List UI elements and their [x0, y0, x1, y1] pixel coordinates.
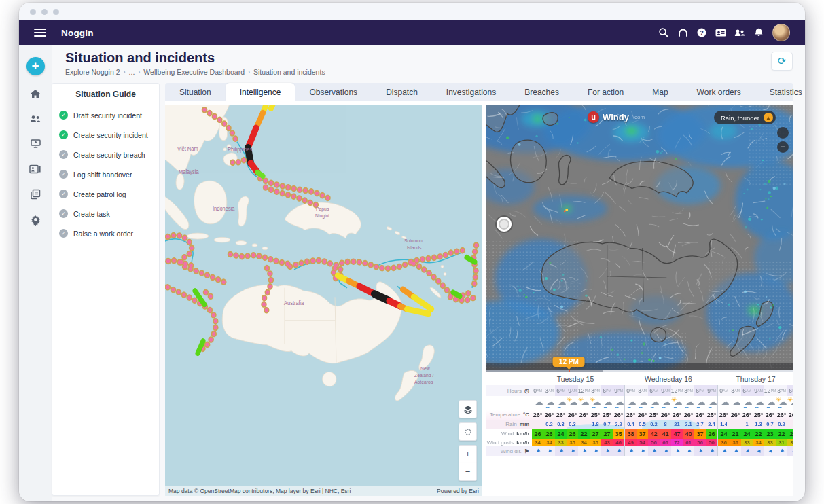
location-marker[interactable]	[497, 217, 512, 232]
forecast-cell[interactable]: 25°	[601, 410, 613, 420]
forecast-cell[interactable]: 56	[648, 439, 660, 446]
forecast-cell[interactable]: 26°	[717, 410, 730, 420]
forecast-cell[interactable]: ☁•••	[741, 396, 753, 410]
forecast-cell[interactable]: 56	[694, 439, 706, 446]
forecast-cell[interactable]: ►	[776, 446, 787, 456]
forecast-cell[interactable]: ►	[648, 446, 660, 456]
timeline-track[interactable]	[486, 370, 793, 372]
forecast-cell[interactable]: ☁•••	[764, 396, 776, 410]
forecast-cell[interactable]: ►	[717, 446, 730, 456]
forecast-cell[interactable]: 25°	[753, 410, 764, 420]
forecast-cell[interactable]	[532, 420, 543, 429]
windy-map[interactable]: u Windy.com Rain, thunder ▲ + −	[486, 105, 793, 370]
forecast-cell[interactable]: 26°	[671, 410, 683, 420]
refresh-button[interactable]: ⟳	[771, 52, 793, 71]
forecast-cell[interactable]: 32	[787, 439, 793, 446]
windy-zoom-out-button[interactable]: −	[777, 141, 789, 153]
forecast-cell[interactable]: 34	[543, 439, 555, 446]
tab-for-action[interactable]: For action	[573, 83, 638, 101]
forecast-cell[interactable]: 26°	[741, 410, 753, 420]
forecast-cell[interactable]: 3PM	[776, 385, 787, 396]
cyclone-tracks-map[interactable]: Việt Nam Philippines Malaysia Indonesia …	[165, 105, 482, 496]
tab-statistics[interactable]: Statistics	[755, 83, 805, 101]
forecast-cell[interactable]: ►	[683, 446, 694, 456]
forecast-cell[interactable]: 35	[590, 439, 601, 446]
forecast-cell[interactable]: ►	[787, 446, 793, 456]
forecast-cell[interactable]: 6AM	[741, 385, 753, 396]
guide-item[interactable]: ✓Create patrol log	[52, 184, 159, 204]
search-icon[interactable]	[654, 23, 673, 42]
forecast-cell[interactable]: 2.1	[683, 420, 694, 429]
forecast-cell[interactable]	[730, 420, 741, 429]
forecast-cell[interactable]: 35	[613, 429, 624, 439]
forecast-cell[interactable]: ►	[601, 446, 613, 456]
forecast-cell[interactable]: 33	[764, 439, 776, 446]
forecast-cell[interactable]: ►	[532, 446, 543, 456]
forecast-cell[interactable]: 27	[601, 429, 613, 439]
forecast-cell[interactable]: 37	[637, 429, 648, 439]
breadcrumb-item[interactable]: Wellbeing Executive Dashboard	[143, 68, 245, 76]
forecast-cell[interactable]: 26°	[730, 410, 741, 420]
forecast-cell[interactable]: 24	[555, 429, 567, 439]
forecast-cell[interactable]: 26°	[624, 410, 637, 420]
forecast-cell[interactable]: 6PM	[787, 385, 793, 396]
window-dot[interactable]	[30, 9, 36, 15]
forecast-cell[interactable]: 9AM	[753, 385, 764, 396]
forecast-cell[interactable]: 34	[753, 439, 764, 446]
forecast-cell[interactable]: 12PM	[671, 385, 683, 396]
forecast-cell[interactable]: ☁	[730, 396, 741, 410]
forecast-cell[interactable]: 2.7	[694, 420, 706, 429]
forecast-cell[interactable]: ►	[624, 446, 637, 456]
forecast-cell[interactable]: 46	[613, 439, 624, 446]
forecast-table[interactable]: Tuesday 15Wednesday 16Thursday 17 Hours◷…	[486, 370, 793, 496]
forecast-cell[interactable]: ►	[741, 446, 753, 456]
forecast-cell[interactable]: ☁•••	[601, 396, 613, 410]
forecast-cell[interactable]: ☀☁	[578, 396, 590, 410]
day-header[interactable]: Thursday 17	[715, 372, 793, 385]
forecast-cell[interactable]: 38	[624, 429, 637, 439]
forecast-cell[interactable]: 2.2	[613, 420, 624, 429]
forecast-cell[interactable]: 1.4	[717, 420, 730, 429]
forecast-cell[interactable]: 47	[671, 429, 683, 439]
forecast-cell[interactable]: ☁•••	[706, 396, 717, 410]
forecast-cell[interactable]: 42	[648, 429, 660, 439]
forecast-cell[interactable]: 54	[637, 439, 648, 446]
forecast-cell[interactable]: 31	[776, 439, 787, 446]
settings-gear-icon[interactable]	[29, 213, 42, 226]
windy-logo[interactable]: u Windy.com	[588, 111, 645, 123]
forecast-cell[interactable]: 24	[741, 429, 753, 439]
forecast-cell[interactable]: 9AM	[567, 385, 578, 396]
forecast-cell[interactable]: 0.3	[555, 420, 567, 429]
tab-dispatch[interactable]: Dispatch	[372, 83, 432, 101]
forecast-cell[interactable]: 26°	[613, 410, 624, 420]
time-marker[interactable]: 12 PM	[553, 357, 585, 367]
pages-icon[interactable]	[29, 187, 42, 201]
forecast-cell[interactable]: 26°	[683, 410, 694, 420]
forecast-cell[interactable]: ☀☁	[567, 396, 578, 410]
forecast-cell[interactable]: 0AM	[532, 385, 543, 396]
forecast-cell[interactable]: 26°	[764, 410, 776, 420]
forecast-cell[interactable]: 6PM	[601, 385, 613, 396]
forecast-cell[interactable]: 50	[706, 439, 717, 446]
contact-card-icon[interactable]	[711, 23, 730, 42]
guide-item[interactable]: ✓Draft security incident	[52, 105, 159, 125]
forecast-cell[interactable]: 37	[694, 429, 706, 439]
forecast-cell[interactable]: 1	[741, 420, 753, 429]
forecast-cell[interactable]: 9PM	[613, 385, 624, 396]
forecast-cell[interactable]: 12PM	[764, 385, 776, 396]
tab-map[interactable]: Map	[638, 83, 682, 101]
forecast-cell[interactable]: 22	[776, 429, 787, 439]
forecast-cell[interactable]: 26	[706, 429, 717, 439]
forecast-cell[interactable]: 22	[578, 429, 590, 439]
forecast-cell[interactable]: 26°	[776, 410, 787, 420]
day-header[interactable]: Wednesday 16	[622, 372, 715, 385]
day-header[interactable]: Tuesday 15	[529, 372, 622, 385]
forecast-cell[interactable]: 6AM	[648, 385, 660, 396]
guide-item[interactable]: ✓Create security breach	[52, 145, 159, 164]
people-icon[interactable]	[730, 23, 749, 42]
forecast-cell[interactable]: 2.4	[706, 420, 717, 429]
forecast-cell[interactable]: 72	[671, 439, 683, 446]
forecast-cell[interactable]: 1.8	[590, 420, 601, 429]
bell-icon[interactable]	[749, 23, 768, 42]
tab-breaches[interactable]: Breaches	[510, 83, 573, 101]
